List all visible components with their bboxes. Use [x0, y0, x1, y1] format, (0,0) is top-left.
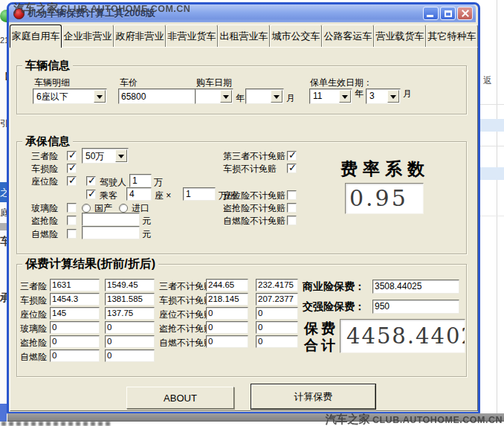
- total-premium-value: 4458.44025: [340, 319, 465, 353]
- passenger-seats-input[interactable]: [126, 187, 152, 201]
- watermark-site-name: 汽车之家: [326, 413, 370, 425]
- driver-unit-label: 万: [154, 176, 163, 189]
- passenger-checkbox[interactable]: [86, 190, 96, 199]
- about-button[interactable]: ABOUT: [126, 387, 234, 409]
- chevron-down-icon[interactable]: [271, 90, 282, 103]
- result-after-value: 0: [105, 321, 155, 334]
- tab-family-car[interactable]: 家庭自用车: [10, 25, 62, 48]
- chevron-down-icon[interactable]: [387, 90, 399, 103]
- no-deduct-theft-checkbox[interactable]: [287, 203, 297, 213]
- tab-government-nonbusiness[interactable]: 政府非营业: [114, 25, 166, 48]
- compulsory-premium-label: 交强险保费：: [303, 300, 365, 314]
- tab-enterprise-nonbusiness[interactable]: 企业非营业: [62, 25, 114, 48]
- effective-month-select[interactable]: 3: [366, 88, 401, 104]
- third-party-label: 三者险: [31, 150, 58, 163]
- tab-taxi[interactable]: 出租营业车: [218, 25, 270, 48]
- result-row-label: 车损不计免赔: [159, 294, 213, 307]
- close-button[interactable]: [457, 7, 473, 20]
- no-deduct-third-party-label: 第三者不计免赔: [223, 150, 285, 163]
- result-after-value: 0: [105, 335, 155, 348]
- background-text-smudge: [1, 422, 113, 426]
- background-text-fragment: 车: [0, 235, 7, 248]
- tab-highway-coach[interactable]: 公路客运车: [322, 25, 374, 48]
- effective-month-value: 3: [369, 91, 375, 101]
- glass-imported-radio[interactable]: [119, 204, 128, 213]
- result-after-value: 137.75: [105, 307, 155, 320]
- no-deduct-seat-label: 座位险不计免赔: [223, 190, 285, 202]
- vehicle-detail-value: 6座以下: [36, 91, 68, 103]
- background-divider: [497, 0, 497, 426]
- chevron-down-icon[interactable]: [115, 149, 127, 162]
- result-before-value: 0: [206, 321, 248, 334]
- no-deduct-seat-checkbox[interactable]: [287, 190, 297, 200]
- background-text-fragment: 21: [0, 36, 7, 45]
- effective-year-suffix: 年: [355, 88, 364, 100]
- background-text-fragment: 引: [0, 117, 7, 130]
- calculate-premium-button[interactable]: 计算保费: [251, 384, 375, 409]
- fire-value-input[interactable]: [82, 226, 140, 239]
- passenger-amount-input[interactable]: [183, 187, 216, 201]
- third-party-limit-select[interactable]: 50万: [82, 148, 129, 164]
- minimize-button[interactable]: [423, 7, 439, 20]
- result-row-label: 盗抢险: [20, 337, 47, 349]
- vehicle-detail-select[interactable]: 6座以下: [33, 88, 107, 104]
- driver-amount-input[interactable]: [129, 174, 152, 187]
- no-deduct-fire-checkbox[interactable]: [287, 216, 297, 225]
- glass-label: 玻璃险: [31, 202, 58, 215]
- watermark-site-name: 汽车之家: [13, 1, 58, 14]
- no-deduct-third-party-checkbox[interactable]: [287, 151, 297, 161]
- result-after-value: 207.2377: [256, 293, 298, 306]
- no-deduct-theft-label: 盗抢险不计免赔: [223, 202, 285, 215]
- tab-other-special[interactable]: 其它特种车: [426, 25, 478, 48]
- result-row-label: 玻璃险: [20, 323, 47, 335]
- result-before-value: 0: [206, 307, 248, 320]
- result-after-value: 0: [256, 307, 298, 320]
- purchase-year-suffix: 年: [236, 92, 245, 105]
- fire-checkbox[interactable]: [67, 229, 77, 239]
- seat-checkbox[interactable]: [67, 176, 77, 186]
- result-before-value: 218.145: [206, 293, 248, 306]
- vehicle-type-tabs: 家庭自用车 企业非营业 政府非营业 非营业货车 出租营业车 城市公交车 公路客运…: [10, 25, 478, 48]
- purchase-month-select[interactable]: [245, 88, 284, 104]
- driver-checkbox[interactable]: [86, 176, 96, 186]
- theft-unit-label: 元: [142, 215, 151, 227]
- rate-factor-title: 费率系数: [340, 158, 430, 181]
- theft-value-input[interactable]: [82, 213, 140, 226]
- glass-checkbox[interactable]: [67, 203, 77, 213]
- third-party-checkbox[interactable]: [67, 151, 77, 161]
- glass-domestic-radio[interactable]: [82, 204, 91, 213]
- no-deduct-damage-checkbox[interactable]: [287, 164, 297, 173]
- third-party-limit-value: 50万: [85, 150, 104, 163]
- damage-checkbox[interactable]: [67, 164, 77, 173]
- maximize-button[interactable]: [440, 7, 456, 20]
- background-text-fragment: 【: [0, 71, 7, 83]
- no-deduct-fire-label: 自燃险不计免赔: [223, 215, 285, 227]
- background-divider: [480, 146, 504, 146]
- background-divider: [480, 216, 504, 216]
- result-before-value: 244.65: [206, 279, 248, 291]
- price-input[interactable]: [118, 88, 197, 104]
- chevron-down-icon[interactable]: [220, 90, 232, 103]
- tab-city-bus[interactable]: 城市公交车: [270, 25, 322, 48]
- minimize-icon: [427, 15, 433, 17]
- result-row-label: 盗抢不计免赔: [159, 323, 213, 335]
- chevron-down-icon[interactable]: [94, 90, 106, 103]
- purchase-year-select[interactable]: [195, 88, 233, 104]
- result-before-value: 0: [50, 349, 100, 362]
- theft-checkbox[interactable]: [67, 216, 77, 225]
- tab-business-truck[interactable]: 营业载货车: [374, 25, 426, 48]
- fire-label: 自燃险: [31, 228, 58, 241]
- maximize-icon: [445, 10, 452, 17]
- result-row-label: 自燃险: [20, 351, 47, 364]
- damage-label: 车损险: [31, 163, 58, 175]
- chevron-down-icon[interactable]: [339, 90, 351, 103]
- effective-year-select[interactable]: 11: [309, 88, 352, 104]
- screen: 21 【 引 之 庭 车 承 返 机动车辆保费计算工具2008版 家庭自用车 企…: [0, 0, 504, 426]
- background-text-fragment: 之: [0, 187, 7, 199]
- background-text-fragment: 返: [483, 74, 492, 87]
- total-premium-label: 保费 合计: [304, 320, 338, 354]
- tab-nonbusiness-truck[interactable]: 非营业货车: [166, 25, 218, 48]
- background-selection-highlight: 之: [0, 182, 7, 202]
- background-divider: [480, 104, 504, 105]
- compulsory-premium-value: 950: [372, 300, 459, 314]
